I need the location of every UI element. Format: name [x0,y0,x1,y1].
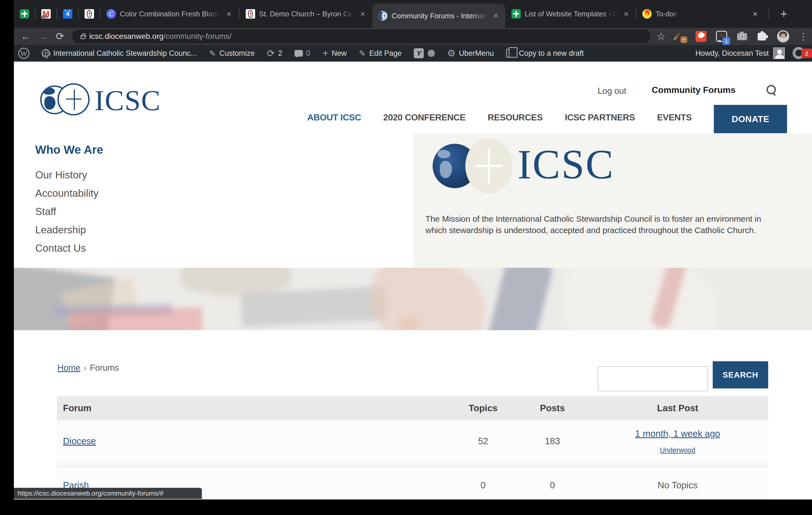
hero-image [14,268,812,330]
address-bar[interactable]: icsc.diocesanweb.org/community-forums/ [72,29,650,43]
admin-site-name[interactable]: International Catholic Stewardship Counc… [41,49,197,58]
wordpress-logo-icon[interactable]: W [18,48,29,59]
pinned-tab-gmail[interactable]: M 40+ [35,0,57,28]
close-icon[interactable]: × [224,9,234,19]
tab-website-templates[interactable]: List of Website Templates - Go × [505,0,636,28]
admin-customize[interactable]: ✎ Customize [209,49,255,58]
copy-icon [506,49,513,58]
donate-button[interactable]: DONATE [714,105,787,133]
forums-table: Forum Topics Posts Last Post Diocese 52 … [57,396,768,499]
admin-yoast[interactable]: Y [414,48,435,58]
admin-copy-draft[interactable]: Copy to a new draft [506,49,584,58]
icsc-logo[interactable]: ICSC [40,83,157,119]
admin-ubermenu[interactable]: ⚙ UberMenu [447,48,494,59]
col-header-last-post: Last Post [587,403,768,413]
updates-count: 2 [278,49,282,58]
user-avatar[interactable] [773,48,785,59]
close-icon[interactable]: × [621,9,631,19]
menu-item-contact-us[interactable]: Contact Us [35,243,86,254]
pinned-tab-sheets[interactable] [14,0,35,28]
admin-new[interactable]: + New [322,48,347,59]
nav-about-icsc[interactable]: ABOUT ICSC [307,112,361,123]
diocese-last-poster-link[interactable]: Underwood [660,446,696,454]
extensions-puzzle-icon[interactable] [757,31,767,42]
tab-color-combination[interactable]: C Color Combination Fresh Blank × [100,0,239,28]
parish-posts-count: 0 [518,480,587,491]
tab-strip: M 40+ 4 C Color Combination Fresh Blank … [14,0,812,28]
reload-icon[interactable]: ⟳ [52,30,69,42]
logo-wordmark: ICSC [94,84,161,117]
comment-bubble-icon [294,50,303,57]
host-cross-icon [465,138,513,194]
brush-icon: ✎ [209,49,216,58]
back-icon[interactable]: ← [17,30,34,42]
pinned-tab-calendar[interactable]: 4 [57,0,78,28]
admin-comments[interactable]: 0 [294,49,310,58]
parish-topics-count: 0 [448,480,518,491]
menu-item-leadership[interactable]: Leadership [35,224,86,236]
main-nav: ABOUT ICSC 2020 CONFERENCE RESOURCES ICS… [307,105,787,133]
forum-link-diocese[interactable]: Diocese [63,436,96,446]
pinned-tab-church[interactable] [79,0,100,28]
diocese-last-post-link[interactable]: 1 month, 1 week ago [635,428,720,439]
breadcrumb-home-link[interactable]: Home [57,363,80,373]
edit-page-label: Edit Page [369,49,402,58]
c-site-icon: C [107,9,116,19]
chrome-menu-icon[interactable]: ⋮ [799,31,808,42]
howdy-label[interactable]: Howdy, Diocesan Test [695,49,769,58]
yoast-icon: Y [414,48,424,58]
forward-icon[interactable]: → [34,30,52,42]
feedback-extension-icon[interactable]: * 1 [716,31,727,42]
diocese-posts-count: 183 [518,436,587,446]
admin-edit-page[interactable]: ✎ Edit Page [359,49,402,58]
plus-icon: + [322,48,328,59]
tab-todos[interactable]: To-dos [636,0,747,28]
colorpicker-extension-icon[interactable] [675,31,686,42]
profile-avatar[interactable] [777,30,789,43]
nav-resources[interactable]: RESOURCES [488,112,543,123]
tab-st-demo-church[interactable]: St. Demo Church – Byron Cente × [240,0,372,28]
nav-events[interactable]: EVENTS [657,112,692,123]
menu-item-our-history[interactable]: Our History [35,169,87,181]
search-icon[interactable] [766,85,777,96]
flame-extension-icon[interactable] [696,31,706,42]
nav-2020-conference[interactable]: 2020 CONFERENCE [383,112,466,123]
chat-z-badge: z [802,49,812,58]
hero-overlay [14,268,812,330]
nav-icsc-partners[interactable]: ICSC PARTNERS [565,112,635,123]
sheets-icon [20,9,29,19]
icsc-favicon [378,11,388,21]
host-cross-icon [57,83,90,115]
icsc-logo-large: ICSC [433,138,627,196]
tab-community-forums-active[interactable]: Community Forums - Internatio × [372,4,505,28]
screenshot-extension-icon[interactable] [736,31,748,42]
site-header: ICSC Log out Community Forums ABOUT ICSC… [14,62,812,133]
community-forums-label[interactable]: Community Forums [652,85,735,95]
col-header-posts: Posts [518,403,587,413]
gmail-icon: M 40+ [41,9,51,19]
status-bar-url: https://icsc.diocesanweb.org/community-f… [14,488,202,499]
col-header-forum: Forum [57,403,448,413]
tab-title: To-dos [656,10,677,18]
close-icon[interactable]: × [753,9,758,19]
new-tab-icon[interactable]: + [780,7,788,21]
yoast-status-dot-icon [428,50,435,57]
ubermenu-label: UberMenu [459,49,494,58]
menu-item-staff[interactable]: Staff [35,206,56,218]
close-icon[interactable]: × [491,11,501,21]
chat-widget[interactable]: z [792,46,812,60]
diocese-topics-count: 52 [448,436,518,446]
close-icon[interactable]: × [358,9,368,19]
pencil-icon: ✎ [359,49,366,58]
forum-search-input[interactable] [598,366,708,391]
admin-updates[interactable]: ⟳ 2 [267,48,282,59]
bookmark-star-icon[interactable]: ☆ [657,30,666,42]
breadcrumb: Home›Forums [57,363,119,373]
browser-toolbar: ← → ⟳ icsc.diocesanweb.org/community-for… [14,28,812,45]
menu-item-accountability[interactable]: Accountability [35,188,98,199]
dropdown-heading[interactable]: Who We Are [35,143,103,157]
logout-link[interactable]: Log out [598,86,626,96]
forum-search-button[interactable]: SEARCH [713,361,768,388]
tab-title: Community Forums - Internatio [392,12,487,20]
col-header-topics: Topics [448,403,518,413]
